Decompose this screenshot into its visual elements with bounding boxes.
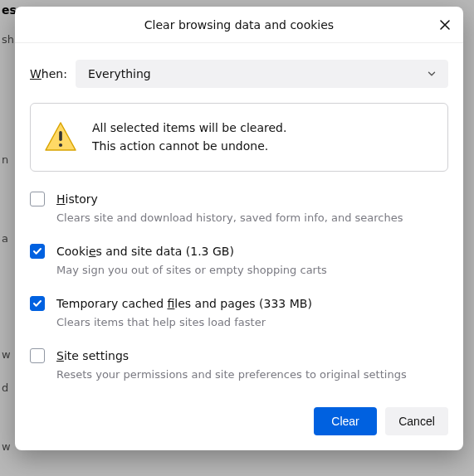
site-settings-checkbox[interactable] — [30, 348, 45, 363]
option-description: Clears site and download history, saved … — [56, 211, 448, 224]
option-history: History Clears site and download history… — [30, 192, 448, 224]
warning-icon — [44, 121, 77, 153]
option-description: May sign you out of sites or empty shopp… — [56, 264, 448, 276]
time-range-row: When: Everything — [30, 60, 448, 88]
option-label: History — [56, 192, 98, 206]
options-list: History Clears site and download history… — [30, 192, 448, 381]
option-label: Cookies and site data (1.3 GB) — [56, 245, 234, 258]
option-description: Clears items that help sites load faster — [56, 316, 448, 328]
option-site-settings: Site settings Resets your permissions an… — [30, 348, 448, 381]
dialog-title: Clear browsing data and cookies — [144, 18, 334, 32]
option-description: Resets your permissions and site prefere… — [56, 368, 448, 381]
cookies-checkbox[interactable] — [30, 244, 45, 259]
svg-point-2 — [59, 143, 62, 147]
option-label: Temporary cached files and pages (333 MB… — [56, 297, 312, 310]
clear-button[interactable]: Clear — [314, 407, 377, 435]
option-cookies: Cookies and site data (1.3 GB) May sign … — [30, 244, 448, 276]
warning-alert: All selected items will be cleared. This… — [30, 103, 448, 172]
dialog-body: When: Everything All selected items will… — [15, 43, 463, 401]
clear-browsing-data-dialog: Clear browsing data and cookies When: Ev… — [15, 7, 463, 450]
close-button[interactable] — [435, 15, 455, 35]
history-checkbox[interactable] — [30, 192, 45, 206]
chevron-down-icon — [426, 68, 437, 80]
dialog-footer: Clear Cancel — [15, 401, 463, 450]
dropdown-selected-value: Everything — [88, 67, 151, 80]
close-icon — [438, 18, 452, 32]
cancel-button[interactable]: Cancel — [385, 407, 448, 435]
when-label: When: — [30, 67, 67, 80]
time-range-dropdown[interactable]: Everything — [76, 60, 448, 88]
cache-checkbox[interactable] — [30, 296, 45, 311]
option-cache: Temporary cached files and pages (333 MB… — [30, 296, 448, 328]
dialog-header: Clear browsing data and cookies — [15, 7, 463, 43]
option-label: Site settings — [56, 349, 129, 362]
warning-text: All selected items will be cleared. This… — [92, 119, 286, 156]
svg-rect-1 — [59, 131, 62, 141]
